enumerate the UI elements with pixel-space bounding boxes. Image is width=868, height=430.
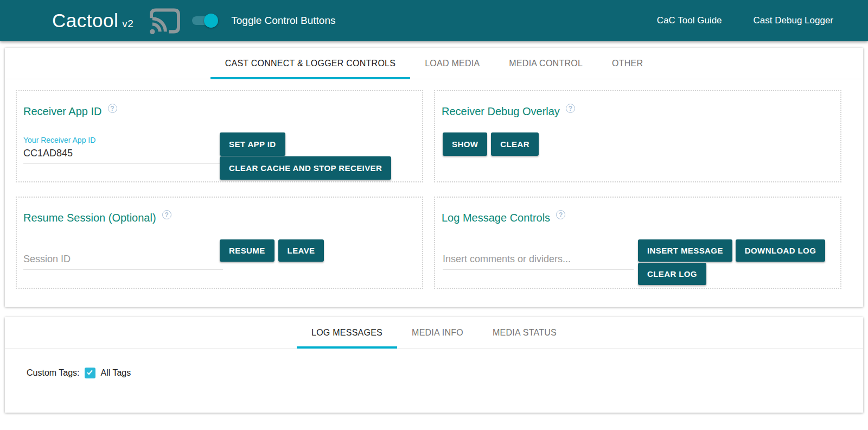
log-card: LOG MESSAGES MEDIA INFO MEDIA STATUS Cus… [5, 317, 863, 413]
clear-log-button[interactable]: CLEAR LOG [638, 263, 706, 285]
receiver-debug-overlay-title: Receiver Debug Overlay [442, 105, 560, 118]
clear-overlay-button[interactable]: CLEAR [491, 132, 539, 156]
leave-button[interactable]: LEAVE [278, 239, 324, 262]
controls-card: CAST CONNECT & LOGGER CONTROLS LOAD MEDI… [5, 48, 863, 307]
log-messages-content: Custom Tags: All Tags [5, 349, 863, 413]
resume-button[interactable]: RESUME [220, 239, 275, 262]
control-panels: Receiver App ID Your Receiver App ID SET… [5, 79, 863, 307]
cast-debug-logger-link[interactable]: Cast Debug Logger [754, 15, 833, 26]
tab-media-control[interactable]: MEDIA CONTROL [494, 48, 597, 79]
tab-media-status[interactable]: MEDIA STATUS [478, 317, 571, 348]
checkmark-icon [87, 369, 92, 375]
app-name: Cactool [52, 10, 118, 31]
receiver-app-id-field: Your Receiver App ID [23, 136, 248, 164]
log-tabbar: LOG MESSAGES MEDIA INFO MEDIA STATUS [5, 317, 863, 349]
help-icon[interactable] [108, 104, 117, 113]
cac-tool-guide-link[interactable]: CaC Tool Guide [657, 15, 722, 26]
log-message-controls-panel: Log Message Controls INSERT MESSAGE DOWN… [434, 197, 841, 289]
receiver-app-id-input[interactable] [23, 146, 248, 164]
receiver-debug-overlay-panel: Receiver Debug Overlay SHOW CLEAR [434, 90, 841, 182]
tab-log-messages[interactable]: LOG MESSAGES [297, 317, 397, 348]
log-message-field [443, 251, 634, 270]
tab-other[interactable]: OTHER [597, 48, 658, 79]
session-id-input[interactable] [23, 251, 223, 270]
session-id-field [23, 251, 223, 270]
set-app-id-button[interactable]: SET APP ID [220, 132, 285, 156]
resume-session-panel: Resume Session (Optional) RESUME LEAVE [16, 197, 423, 289]
log-message-input[interactable] [443, 251, 634, 270]
control-buttons-toggle[interactable] [192, 14, 218, 28]
app-version: v2 [122, 18, 133, 30]
help-icon[interactable] [556, 210, 565, 219]
tab-media-info[interactable]: MEDIA INFO [397, 317, 478, 348]
app-title: Cactool v2 [52, 10, 133, 31]
main-tabbar: CAST CONNECT & LOGGER CONTROLS LOAD MEDI… [5, 48, 863, 79]
insert-message-button[interactable]: INSERT MESSAGE [638, 239, 732, 262]
log-message-controls-title: Log Message Controls [442, 212, 550, 224]
app-header: Cactool v2 Toggle Control Buttons CaC To… [0, 0, 868, 41]
toggle-label: Toggle Control Buttons [231, 15, 335, 27]
receiver-app-id-title: Receiver App ID [23, 105, 102, 118]
help-icon[interactable] [162, 210, 171, 219]
receiver-app-id-label: Your Receiver App ID [23, 136, 248, 144]
resume-session-title: Resume Session (Optional) [23, 212, 156, 224]
chromecast-icon [149, 7, 181, 34]
all-tags-label: All Tags [101, 368, 131, 378]
download-log-button[interactable]: DOWNLOAD LOG [736, 239, 825, 262]
tab-cast-connect-logger-controls[interactable]: CAST CONNECT & LOGGER CONTROLS [210, 48, 411, 79]
help-icon[interactable] [566, 104, 575, 113]
clear-cache-stop-receiver-button[interactable]: CLEAR CACHE AND STOP RECEIVER [220, 156, 391, 180]
header-links: CaC Tool Guide Cast Debug Logger [657, 15, 833, 26]
tab-load-media[interactable]: LOAD MEDIA [410, 48, 494, 79]
all-tags-checkbox[interactable] [85, 368, 95, 378]
custom-tags-label: Custom Tags: [27, 368, 80, 378]
receiver-app-id-panel: Receiver App ID Your Receiver App ID SET… [16, 90, 423, 182]
show-overlay-button[interactable]: SHOW [443, 132, 487, 156]
toggle-thumb [204, 14, 218, 28]
